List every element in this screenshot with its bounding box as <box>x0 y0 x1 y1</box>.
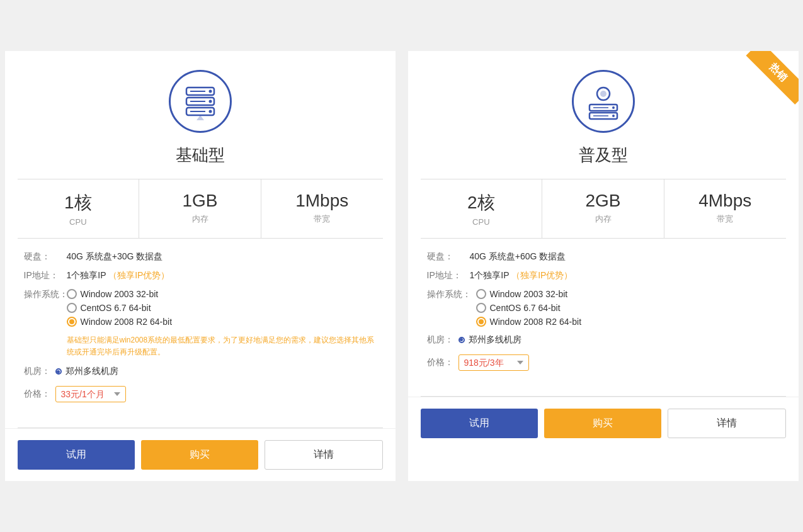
warning-text: 基础型只能满足win2008系统的最低配置要求，为了更好地满足您的需求，建议您选… <box>67 334 377 358</box>
dc-value: 郑州多线机房 <box>458 334 521 346</box>
os-label: Window 2008 R2 64-bit <box>81 317 173 327</box>
os-options: Window 2003 32-bit CentOS 6.7 64-bit Win… <box>67 289 377 358</box>
price-label: 价格： <box>427 357 453 368</box>
disk-row: 硬盘： 40G 系统盘+30G 数据盘 <box>24 251 377 263</box>
os-section: 操作系统： Window 2003 32-bit CentOS 6.7 64-b… <box>24 289 377 358</box>
svg-point-5 <box>208 110 212 113</box>
os-option[interactable]: CentOS 6.7 64-bit <box>476 303 582 313</box>
svg-point-14 <box>612 115 615 117</box>
radio-button <box>67 317 77 327</box>
spec-item: 2核 CPU <box>421 179 543 238</box>
spec-value: 1Mbps <box>268 191 377 211</box>
radio-button <box>67 289 77 299</box>
os-label: Window 2008 R2 64-bit <box>490 317 582 327</box>
os-options: Window 2003 32-bit CentOS 6.7 64-bit Win… <box>476 289 582 327</box>
disk-label: 硬盘： <box>24 251 62 263</box>
disk-value: 40G 系统盘+60G 数据盘 <box>470 251 566 263</box>
spec-item: 4Mbps 带宽 <box>664 179 786 238</box>
spec-label: CPU <box>24 217 133 227</box>
detail-button[interactable]: 详情 <box>265 440 383 470</box>
card-header: 普及型 <box>408 51 799 179</box>
card-icon <box>572 70 635 133</box>
radio-button <box>476 289 486 299</box>
os-label: Window 2003 32-bit <box>81 289 159 299</box>
price-row: 价格： 918元/3年99元/1个月198元/3个月 <box>427 354 780 371</box>
svg-point-4 <box>208 99 212 103</box>
os-label: Window 2003 32-bit <box>490 289 568 299</box>
spec-value: 2核 <box>427 191 536 215</box>
buy-button[interactable]: 购买 <box>141 440 258 470</box>
os-option[interactable]: Window 2008 R2 64-bit <box>67 317 377 327</box>
card-header: 基础型 <box>5 51 396 179</box>
spec-label: 内存 <box>145 213 254 225</box>
card-basic: 基础型 1核 CPU 1GB 内存 1Mbps 带宽 硬盘： 40G 系统盘+3… <box>5 51 396 481</box>
info-section: 硬盘： 40G 系统盘+60G 数据盘 IP地址： 1个独享IP （独享IP优势… <box>408 239 799 396</box>
radio-button <box>476 317 486 327</box>
os-label: CentOS 6.7 64-bit <box>81 303 151 313</box>
price-select[interactable]: 33元/1个月99元/3个月198元/6个月396元/1年 <box>55 386 126 402</box>
os-label-main: 操作系统： <box>24 289 62 300</box>
svg-point-3 <box>208 89 212 93</box>
card-popular: 热销 普及型 2核 CPU 2GB 内存 4Mbps 带宽 <box>408 51 799 481</box>
ip-value: 1个独享IP （独享IP优势） <box>67 270 170 281</box>
datacenter-row: 机房： 郑州多线机房 <box>427 334 780 346</box>
spec-item: 1核 CPU <box>18 179 140 238</box>
card-footer: 试用 购买 详情 <box>5 428 396 481</box>
spec-value: 2GB <box>549 191 658 211</box>
os-option[interactable]: Window 2003 32-bit <box>67 289 377 299</box>
disk-label: 硬盘： <box>427 251 465 263</box>
disk-value: 40G 系统盘+30G 数据盘 <box>67 251 163 263</box>
ip-label: IP地址： <box>24 270 62 281</box>
dc-dot <box>55 368 62 375</box>
specs-row: 2核 CPU 2GB 内存 4Mbps 带宽 <box>421 179 786 239</box>
spec-value: 4Mbps <box>671 191 780 211</box>
radio-button <box>476 303 486 313</box>
dc-value: 郑州多线机房 <box>55 366 118 377</box>
os-option[interactable]: Window 2003 32-bit <box>476 289 582 299</box>
spec-item: 1GB 内存 <box>139 179 261 238</box>
ip-value: 1个独享IP （独享IP优势） <box>470 270 573 281</box>
ip-label: IP地址： <box>427 270 465 281</box>
hot-badge-label: 热销 <box>746 51 799 105</box>
svg-point-13 <box>612 106 615 109</box>
disk-row: 硬盘： 40G 系统盘+60G 数据盘 <box>427 251 780 263</box>
price-label: 价格： <box>24 388 50 400</box>
info-section: 硬盘： 40G 系统盘+30G 数据盘 IP地址： 1个独享IP （独享IP优势… <box>5 239 396 427</box>
os-section: 操作系统： Window 2003 32-bit CentOS 6.7 64-b… <box>427 289 780 327</box>
cards-container: 基础型 1核 CPU 1GB 内存 1Mbps 带宽 硬盘： 40G 系统盘+3… <box>5 51 799 481</box>
datacenter-row: 机房： 郑州多线机房 <box>24 366 377 377</box>
svg-point-10 <box>600 91 607 97</box>
os-option[interactable]: CentOS 6.7 64-bit <box>67 303 377 313</box>
spec-item: 1Mbps 带宽 <box>261 179 383 238</box>
detail-button[interactable]: 详情 <box>668 409 786 438</box>
ip-link[interactable]: （独享IP优势） <box>108 270 169 280</box>
os-label-main: 操作系统： <box>427 289 471 300</box>
specs-row: 1核 CPU 1GB 内存 1Mbps 带宽 <box>18 179 383 239</box>
ip-link[interactable]: （独享IP优势） <box>511 270 572 280</box>
spec-label: 带宽 <box>268 213 377 225</box>
spec-label: CPU <box>427 217 536 227</box>
hot-badge: 热销 <box>742 51 799 108</box>
ip-row: IP地址： 1个独享IP （独享IP优势） <box>24 270 377 281</box>
dc-dot <box>458 337 465 343</box>
card-title: 基础型 <box>176 144 225 166</box>
ip-row: IP地址： 1个独享IP （独享IP优势） <box>427 270 780 281</box>
card-title: 普及型 <box>579 144 628 166</box>
dc-label: 机房： <box>24 366 50 377</box>
spec-item: 2GB 内存 <box>542 179 664 238</box>
spec-value: 1GB <box>145 191 254 211</box>
buy-button[interactable]: 购买 <box>544 409 661 438</box>
trial-button[interactable]: 试用 <box>421 409 538 438</box>
radio-button <box>67 303 77 313</box>
os-option[interactable]: Window 2008 R2 64-bit <box>476 317 582 327</box>
trial-button[interactable]: 试用 <box>18 440 135 470</box>
card-icon <box>169 70 232 133</box>
price-row: 价格： 33元/1个月99元/3个月198元/6个月396元/1年 <box>24 386 377 402</box>
spec-label: 带宽 <box>671 213 780 225</box>
dc-label: 机房： <box>427 334 453 346</box>
spec-label: 内存 <box>549 213 658 225</box>
os-label: CentOS 6.7 64-bit <box>490 303 561 313</box>
card-footer: 试用 购买 详情 <box>408 397 799 450</box>
price-select[interactable]: 918元/3年99元/1个月198元/3个月 <box>458 354 529 371</box>
spec-value: 1核 <box>24 191 133 215</box>
